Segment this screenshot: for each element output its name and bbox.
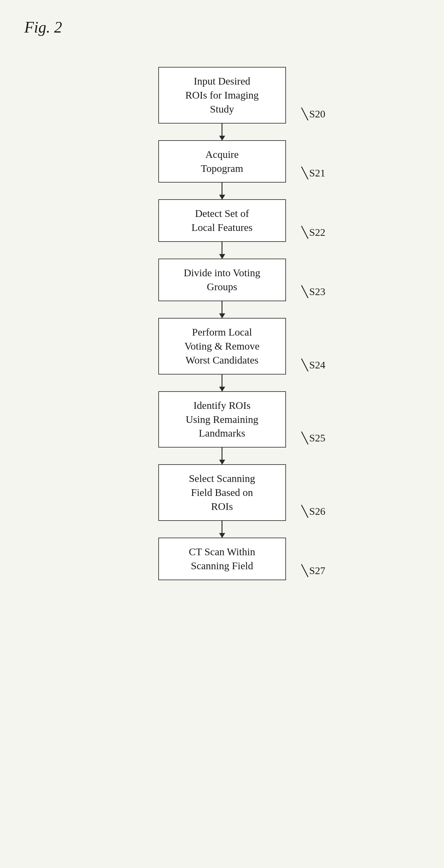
box-s22: Detect Set ofLocal Features [158,199,286,242]
arrow-s23 [221,301,223,318]
box-s27: CT Scan WithinScanning Field [158,537,286,580]
step-s20: Input DesiredROIs for ImagingStudy ╲ S20 [158,67,286,140]
label-s22: ╲ S22 [302,226,326,239]
label-text-s27: S27 [309,565,326,577]
arrow-s22 [221,242,223,258]
label-s21: ╲ S21 [302,167,326,180]
box-s21: AcquireTopogram [158,140,286,183]
figure-label: Fig. 2 [24,18,62,36]
label-s23: ╲ S23 [302,285,326,298]
slash-s26: ╲ [302,505,308,518]
box-s23: Divide into VotingGroups [158,258,286,301]
box-row-s25: Identify ROIsUsing RemainingLandmarks ╲ … [158,391,286,448]
slash-s25: ╲ [302,432,308,444]
label-s20: ╲ S20 [302,108,326,121]
slash-s27: ╲ [302,564,308,577]
slash-s23: ╲ [302,285,308,298]
arrow-s25 [221,447,223,464]
box-row-s21: AcquireTopogram ╲ S21 [158,140,286,183]
box-s26: Select ScanningField Based onROIs [158,464,286,521]
slash-s22: ╲ [302,226,308,239]
label-s27: ╲ S27 [302,564,326,577]
label-text-s25: S25 [309,432,326,444]
label-s24: ╲ S24 [302,359,326,371]
step-s25: Identify ROIsUsing RemainingLandmarks ╲ … [158,391,286,465]
box-row-s26: Select ScanningField Based onROIs ╲ S26 [158,464,286,521]
box-row-s24: Perform LocalVoting & RemoveWorst Candid… [158,318,286,374]
page: Fig. 2 Input DesiredROIs for ImagingStud… [0,0,444,868]
box-s24: Perform LocalVoting & RemoveWorst Candid… [158,318,286,374]
arrow-s21 [221,183,223,199]
label-s26: ╲ S26 [302,505,326,518]
box-s20: Input DesiredROIs for ImagingStudy [158,67,286,124]
label-text-s20: S20 [309,108,326,120]
label-text-s22: S22 [309,227,326,238]
slash-s21: ╲ [302,167,308,180]
box-row-s22: Detect Set ofLocal Features ╲ S22 [158,199,286,242]
slash-s24: ╲ [302,359,308,371]
slash-s20: ╲ [302,108,308,121]
label-text-s26: S26 [309,506,326,517]
step-s23: Divide into VotingGroups ╲ S23 [158,258,286,318]
step-s21: AcquireTopogram ╲ S21 [158,140,286,199]
arrow-s20 [221,124,223,140]
step-s27: CT Scan WithinScanning Field ╲ S27 [158,537,286,580]
label-text-s24: S24 [309,359,326,371]
label-text-s23: S23 [309,286,326,298]
box-row-s27: CT Scan WithinScanning Field ╲ S27 [158,537,286,580]
step-s24: Perform LocalVoting & RemoveWorst Candid… [158,318,286,391]
arrow-s26 [221,521,223,537]
box-row-s23: Divide into VotingGroups ╲ S23 [158,258,286,301]
label-s25: ╲ S25 [302,432,326,444]
box-s25: Identify ROIsUsing RemainingLandmarks [158,391,286,448]
label-text-s21: S21 [309,167,326,179]
step-s22: Detect Set ofLocal Features ╲ S22 [158,199,286,258]
step-s26: Select ScanningField Based onROIs ╲ S26 [158,464,286,537]
flowchart: Input DesiredROIs for ImagingStudy ╲ S20… [0,67,444,580]
arrow-s24 [221,374,223,391]
box-row-s20: Input DesiredROIs for ImagingStudy ╲ S20 [158,67,286,124]
